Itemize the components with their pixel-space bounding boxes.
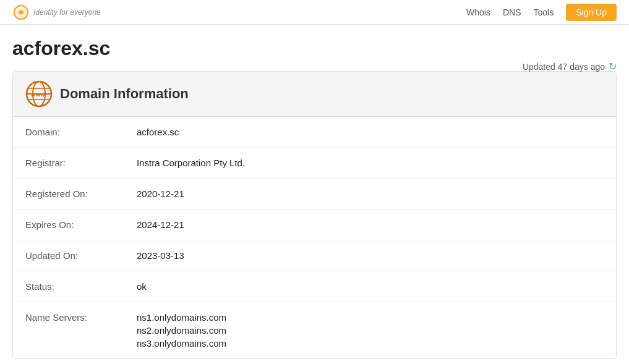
page-header: acforex.sc Updated 47 days ago ↻	[0, 25, 629, 71]
refresh-icon[interactable]: ↻	[609, 61, 617, 72]
registrar-row: Registrar: Instra Corporation Pty Ltd.	[13, 148, 616, 179]
logo-area: Identity for everyone	[12, 4, 101, 21]
ns2: ns2.onlydomains.com	[137, 325, 226, 336]
nav-tools[interactable]: Tools	[534, 7, 554, 17]
navbar-right: Whois DNS Tools Sign Up	[466, 4, 617, 21]
domain-label: Domain:	[25, 127, 137, 137]
nav-dns[interactable]: DNS	[503, 7, 521, 17]
name-servers-value: ns1.onlydomains.com ns2.onlydomains.com …	[137, 312, 226, 349]
domain-info-card: WWW Domain Information Domain: acforex.s…	[12, 71, 617, 359]
registered-on-value: 2020-12-21	[137, 188, 184, 199]
name-servers-label: Name Servers:	[25, 312, 137, 323]
expires-on-row: Expires On: 2024-12-21	[13, 210, 616, 240]
signup-button[interactable]: Sign Up	[566, 4, 617, 21]
svg-point-2	[19, 11, 23, 14]
logo-text: Identity for everyone	[33, 8, 101, 17]
expires-on-label: Expires On:	[25, 219, 137, 230]
name-servers-row: Name Servers: ns1.onlydomains.com ns2.on…	[13, 302, 616, 358]
card-header: WWW Domain Information	[13, 72, 616, 117]
domain-value: acforex.sc	[137, 127, 179, 137]
registered-on-row: Registered On: 2020-12-21	[13, 179, 616, 210]
navbar: Identity for everyone Whois DNS Tools Si…	[0, 0, 629, 25]
updated-on-value: 2023-03-13	[137, 250, 184, 261]
status-value: ok	[137, 281, 147, 292]
registrar-value: Instra Corporation Pty Ltd.	[137, 158, 245, 168]
logo-icon	[12, 4, 30, 21]
updated-info: Updated 47 days ago ↻	[523, 61, 617, 72]
status-row: Status: ok	[13, 271, 616, 302]
domain-row: Domain: acforex.sc	[13, 117, 616, 148]
status-label: Status:	[25, 281, 137, 292]
www-globe-icon: WWW	[25, 80, 53, 108]
card-title: Domain Information	[60, 86, 189, 102]
svg-text:WWW: WWW	[31, 92, 45, 98]
expires-on-value: 2024-12-21	[137, 219, 184, 230]
nav-whois[interactable]: Whois	[466, 7, 490, 17]
domain-title: acforex.sc	[12, 37, 617, 60]
registered-on-label: Registered On:	[25, 188, 137, 199]
registrar-label: Registrar:	[25, 158, 137, 168]
ns3: ns3.onlydomains.com	[137, 338, 226, 349]
updated-text: Updated 47 days ago	[523, 62, 605, 72]
updated-on-label: Updated On:	[25, 250, 137, 261]
updated-on-row: Updated On: 2023-03-13	[13, 240, 616, 271]
ns1: ns1.onlydomains.com	[137, 312, 226, 323]
